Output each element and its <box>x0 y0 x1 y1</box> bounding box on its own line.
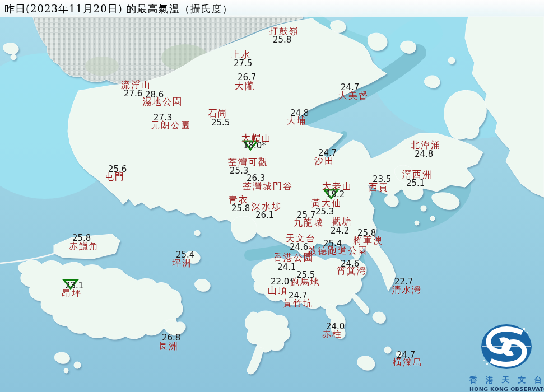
station-label: 西貢 <box>369 183 389 192</box>
station-value: 23.5 <box>373 175 391 184</box>
station-value: 25.6 <box>108 165 127 174</box>
station-value: 27.3 <box>154 114 172 122</box>
station-value: 25.5 <box>296 271 315 279</box>
hong-kong-map <box>0 0 544 392</box>
station-value: 18.0* <box>243 142 266 150</box>
station-value: 25.8 <box>72 234 91 242</box>
station-value: 25.5 <box>211 119 230 127</box>
station-value: 25.8 <box>231 204 250 213</box>
hko-logo-english: HONG KONG OBSERVATORY <box>469 386 543 392</box>
page-title: 昨日(2023年11月20日) 的最高氣溫（攝氏度） <box>4 2 233 16</box>
station-value: 24.7 <box>397 351 415 360</box>
station-label: 香港公園 <box>273 253 314 262</box>
station-value: 24.2 <box>331 227 349 235</box>
station-value: 26.3 <box>247 174 265 183</box>
station-label: 赤鱲角 <box>69 242 99 251</box>
station-value: 22.0* <box>271 278 294 286</box>
station-value: 27.5 <box>234 59 252 68</box>
station-value: 26.7 <box>238 73 256 82</box>
station-label: 荃灣城門谷 <box>243 182 293 191</box>
station-value: 24.7 <box>318 149 337 157</box>
station-label: 北潭涌 <box>411 141 441 150</box>
station-value: 25.8 <box>357 229 376 237</box>
station-label: 長洲 <box>159 342 179 351</box>
station-value: 24.6 <box>341 260 359 268</box>
station-value: 24.7 <box>289 292 307 300</box>
station-value: 22.7 <box>394 278 413 286</box>
station-label: 沙田 <box>314 157 334 166</box>
station-label: 山頂 <box>268 286 288 295</box>
station-value: 24.0 <box>326 323 345 331</box>
station-value: 24.6 <box>290 243 308 251</box>
station-value: 25.8 <box>273 36 291 44</box>
station-value: 24.1 <box>277 263 296 272</box>
station-value: 23.1 <box>65 282 83 290</box>
station-value: 25.3 <box>315 208 334 216</box>
station-value: 26.1 <box>255 211 274 220</box>
station-label: 大隴 <box>235 82 255 91</box>
hko-logo: 香 港 天 文 台 HONG KONG OBSERVATORY <box>469 321 543 392</box>
station-label: 觀塘 <box>332 217 352 226</box>
station-value: 25.1 <box>406 179 425 188</box>
station-value: 28.6 <box>145 91 164 99</box>
station-label: 坪洲 <box>172 259 192 268</box>
station-value: 25.3 <box>230 167 248 175</box>
station-value: 25.4 <box>323 240 342 248</box>
weather-map: 昨日(2023年11月20日) 的最高氣溫（攝氏度） 打鼓嶺25.8上水27.5… <box>0 0 544 392</box>
station-value: 24.7 <box>341 83 359 92</box>
station-label: 石崗 <box>208 109 228 118</box>
station-value: 24.8 <box>290 109 309 118</box>
station-value: 24.8 <box>415 150 433 158</box>
station-value: 25.7 <box>297 211 315 220</box>
station-label: 大美督 <box>338 91 369 100</box>
station-value: 25.4 <box>176 251 194 259</box>
station-label: 清水灣 <box>392 286 422 295</box>
hko-logo-chinese: 香 港 天 文 台 <box>469 375 543 385</box>
station-value: 27.6 <box>124 90 142 98</box>
hko-emblem-icon <box>473 321 540 372</box>
station-value: 26.8 <box>162 334 180 342</box>
